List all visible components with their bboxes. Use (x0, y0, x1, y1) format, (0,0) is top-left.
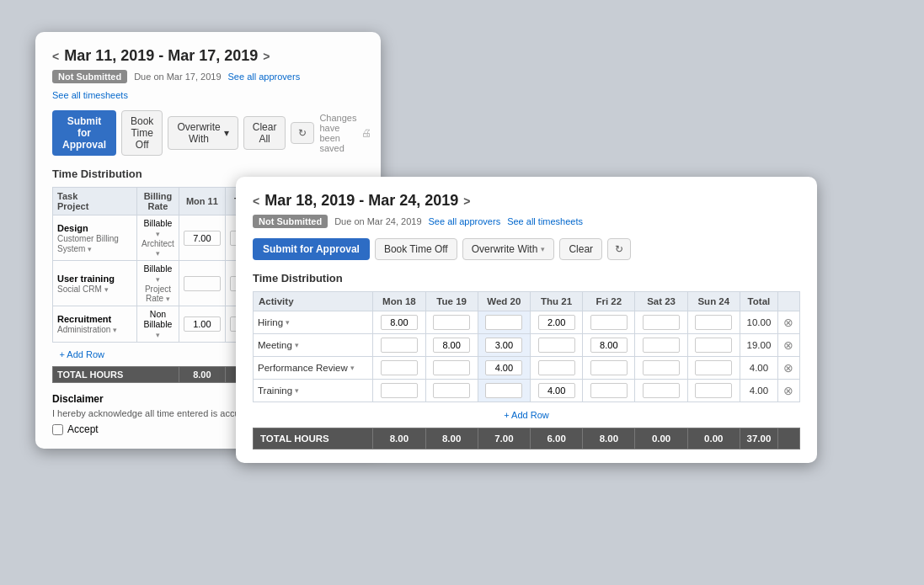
back-billing-cell-2: Billable ▾ Project Rate ▾ (137, 261, 179, 306)
front-row1-mon (373, 311, 425, 334)
front-row1-sun (687, 311, 740, 334)
front-input-row3-wed[interactable] (485, 360, 522, 375)
front-row3-remove: ⊗ (777, 357, 799, 380)
back-row1-mon[interactable] (179, 215, 225, 261)
front-input-row3-sun[interactable] (695, 360, 732, 375)
front-input-row2-tue[interactable] (433, 338, 470, 353)
front-input-row3-sat[interactable] (643, 360, 680, 375)
back-refresh-button[interactable]: ↻ (291, 122, 314, 144)
front-period-nav: < Mar 18, 2019 - Mar 24, 2019 > (253, 192, 800, 210)
back-overwrite-button[interactable]: Overwrite With ▾ (168, 116, 238, 150)
front-input-row2-fri[interactable] (590, 338, 628, 353)
front-input-row1-fri[interactable] (590, 315, 628, 330)
back-next-arrow[interactable]: > (263, 50, 270, 63)
table-row: Performance Review ▾ 4.00 ⊗ (254, 357, 800, 380)
back-book-time-off-button[interactable]: Book Time Off (121, 110, 163, 156)
front-input-row1-wed[interactable] (485, 315, 522, 330)
front-remove-row3-button[interactable]: ⊗ (783, 361, 793, 375)
front-row4-wed (478, 380, 530, 402)
back-toolbar: Submit for Approval Book Time Off Overwr… (52, 110, 364, 156)
back-task1-chevron[interactable]: ▾ (88, 245, 92, 253)
front-row2-fri (583, 334, 635, 357)
front-input-row1-mon[interactable] (381, 315, 418, 330)
front-input-row4-thu[interactable] (538, 383, 575, 398)
front-input-row3-thu[interactable] (538, 360, 575, 375)
front-clear-button[interactable]: Clear (559, 238, 602, 260)
front-input-row1-tue[interactable] (433, 315, 470, 330)
front-remove-row4-button[interactable]: ⊗ (783, 384, 793, 397)
front-overwrite-button[interactable]: Overwrite With ▾ (462, 238, 555, 260)
front-activity-label-3: Performance Review (258, 363, 348, 373)
front-see-approvers[interactable]: See all approvers (429, 216, 501, 226)
back-col-billing: Billing Rate (137, 188, 179, 215)
front-col-total: Total (740, 292, 777, 311)
back-submit-button[interactable]: Submit for Approval (52, 110, 116, 156)
front-row2-mon (373, 334, 425, 357)
front-refresh-button[interactable]: ↻ (607, 238, 631, 260)
front-add-row-link[interactable]: + Add Row (500, 406, 553, 424)
back-see-timesheets[interactable]: See all timesheets (52, 90, 128, 100)
front-prev-arrow[interactable]: < (253, 194, 259, 208)
back-input-row2-mon[interactable] (184, 276, 221, 291)
front-col-remove (777, 292, 799, 311)
front-total-remove (777, 428, 799, 449)
back-accept-checkbox[interactable] (52, 424, 63, 435)
back-task2-chevron[interactable]: ▾ (104, 285, 109, 294)
front-input-row2-wed[interactable] (485, 338, 522, 353)
front-input-row4-mon[interactable] (381, 383, 418, 398)
front-row4-sat (635, 380, 687, 402)
front-col-thu: Thu 21 (530, 292, 582, 311)
front-input-row4-sun[interactable] (695, 383, 732, 398)
back-see-approvers[interactable]: See all approvers (228, 72, 301, 82)
front-input-row3-fri[interactable] (590, 360, 628, 375)
front-input-row2-mon[interactable] (381, 338, 418, 353)
front-col-sat: Sat 23 (635, 292, 687, 311)
back-prev-arrow[interactable]: < (52, 50, 59, 63)
front-activity4-chevron-icon[interactable]: ▾ (295, 386, 299, 395)
back-add-row-link[interactable]: + Add Row (56, 345, 109, 364)
front-add-row-row: + Add Row (254, 402, 800, 428)
back-save-icon: 🖨 (361, 127, 371, 139)
front-input-row3-mon[interactable] (381, 360, 418, 375)
back-clear-all-button[interactable]: Clear All (243, 116, 286, 150)
front-row2-wed (478, 334, 530, 357)
front-row2-thu (530, 334, 582, 357)
front-activity3-chevron-icon[interactable]: ▾ (350, 364, 355, 372)
front-submit-button[interactable]: Submit for Approval (253, 238, 370, 260)
front-activity2-chevron-icon[interactable]: ▾ (295, 341, 299, 349)
front-input-row2-sat[interactable] (643, 338, 680, 353)
front-row3-mon (373, 357, 425, 380)
front-input-row4-wed[interactable] (485, 383, 522, 398)
front-row3-tue (425, 357, 478, 380)
front-input-row1-thu[interactable] (538, 315, 575, 330)
back-row2-mon (179, 261, 225, 306)
front-section-title: Time Distribution (253, 272, 800, 285)
front-book-time-off-button[interactable]: Book Time Off (375, 238, 457, 260)
front-input-row3-tue[interactable] (433, 360, 470, 375)
back-input-row1-mon[interactable] (184, 231, 221, 246)
front-row2-total: 19.00 (740, 334, 777, 357)
back-input-row3-mon[interactable] (184, 316, 221, 332)
front-input-row2-sun[interactable] (695, 338, 732, 353)
front-input-row1-sun[interactable] (695, 315, 732, 330)
table-row: Training ▾ 4.00 ⊗ (254, 380, 800, 402)
front-see-timesheets[interactable]: See all timesheets (507, 216, 583, 226)
front-input-row4-sat[interactable] (643, 383, 680, 398)
front-input-row1-sat[interactable] (643, 315, 680, 330)
front-next-arrow[interactable]: > (463, 194, 470, 208)
front-row1-remove: ⊗ (777, 311, 799, 334)
front-activity1-chevron-icon[interactable]: ▾ (286, 318, 290, 327)
front-col-fri: Fri 22 (583, 292, 635, 311)
back-col-task: TaskProject (53, 188, 137, 215)
back-due-date: Due on Mar 17, 2019 (134, 72, 221, 82)
front-total-grand: 37.00 (740, 428, 777, 449)
front-activity-label-2: Meeting (258, 340, 292, 350)
front-col-mon: Mon 18 (373, 292, 425, 311)
front-input-row4-fri[interactable] (590, 383, 628, 398)
front-input-row4-tue[interactable] (433, 383, 470, 398)
back-billing-cell-3: Non Billable ▾ (137, 306, 179, 343)
front-input-row2-thu[interactable] (538, 338, 575, 353)
front-remove-row1-button[interactable]: ⊗ (783, 316, 793, 329)
back-task3-chevron[interactable]: ▾ (113, 326, 117, 334)
front-remove-row2-button[interactable]: ⊗ (783, 338, 793, 352)
